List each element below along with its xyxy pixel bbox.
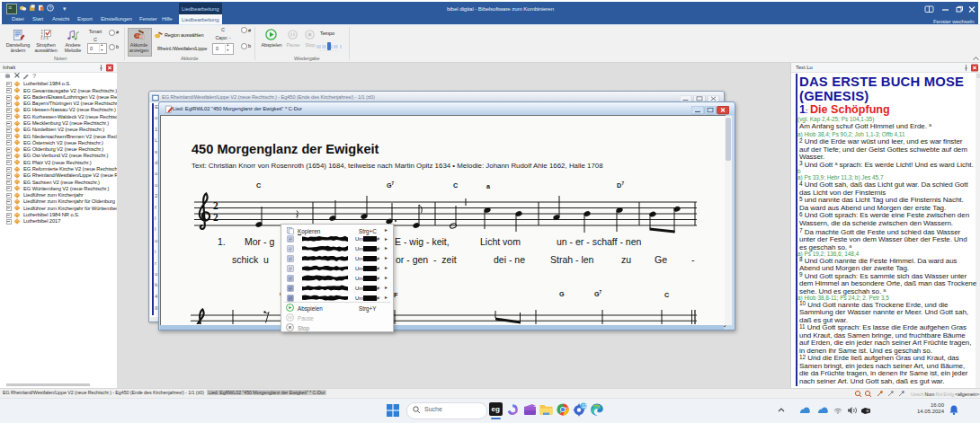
svg-text:7: 7 [392, 181, 395, 186]
svg-text:2: 2 [213, 212, 218, 223]
svg-text:F: F [394, 291, 398, 299]
svg-text:7: 7 [600, 290, 602, 295]
svg-text:12: 12 [582, 404, 587, 409]
svg-text:C: C [256, 181, 261, 189]
svg-text:?: ? [32, 73, 36, 79]
svg-text:2: 2 [213, 200, 218, 211]
svg-text:C: C [453, 181, 458, 189]
svg-text:C: C [664, 291, 669, 299]
svg-text:7: 7 [622, 181, 625, 186]
svg-text:a: a [486, 182, 491, 190]
svg-text:G: G [559, 290, 565, 298]
svg-text:D: D [617, 181, 621, 189]
svg-text:?: ? [49, 5, 52, 11]
